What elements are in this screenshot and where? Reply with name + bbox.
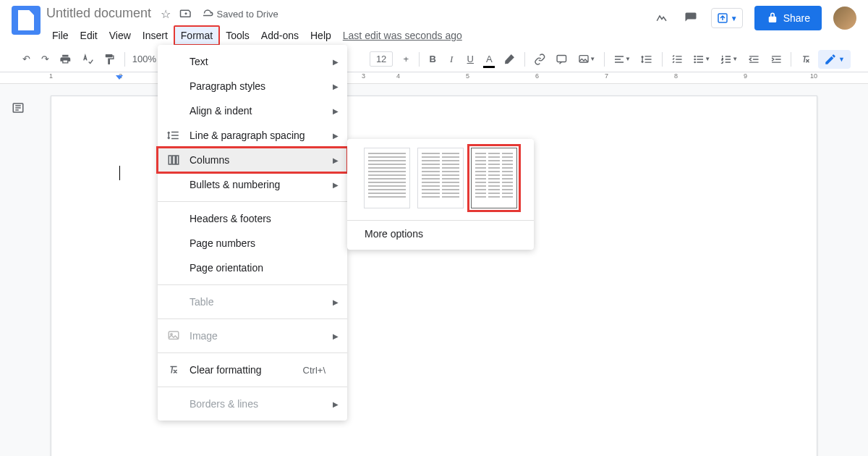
ruler[interactable]: 1 2 3 4 5 6 7 8 9 10 bbox=[0, 72, 868, 84]
indent-increase-button[interactable] bbox=[766, 49, 787, 69]
format-text[interactable]: Text▶ bbox=[158, 49, 347, 74]
columns-one[interactable] bbox=[364, 148, 410, 208]
menu-view[interactable]: View bbox=[103, 27, 137, 44]
menu-bar: File Edit View Insert Format Tools Add-o… bbox=[46, 25, 653, 46]
save-status: Saved to Drive bbox=[201, 8, 278, 21]
star-icon[interactable]: ☆ bbox=[161, 7, 171, 21]
format-headers-footers[interactable]: Headers & footers bbox=[158, 206, 347, 231]
menu-help[interactable]: Help bbox=[305, 27, 337, 44]
paint-format-button[interactable] bbox=[99, 49, 120, 69]
italic-button[interactable]: I bbox=[443, 49, 460, 69]
text-cursor bbox=[119, 166, 120, 180]
activity-icon[interactable] bbox=[653, 9, 671, 27]
comment-button[interactable] bbox=[551, 49, 572, 69]
menu-edit[interactable]: Edit bbox=[75, 27, 103, 44]
format-line-spacing[interactable]: Line & paragraph spacing▶ bbox=[158, 123, 347, 148]
svg-rect-8 bbox=[173, 156, 176, 164]
print-button[interactable] bbox=[55, 49, 76, 69]
format-columns[interactable]: Columns▶ bbox=[158, 148, 347, 172]
format-bullets-numbering[interactable]: Bullets & numbering▶ bbox=[158, 172, 347, 197]
font-size-input[interactable]: 12 bbox=[370, 51, 393, 67]
outline-icon[interactable] bbox=[12, 101, 29, 119]
format-align-indent[interactable]: Align & indent▶ bbox=[158, 98, 347, 123]
user-avatar[interactable] bbox=[833, 7, 856, 30]
svg-point-3 bbox=[694, 56, 695, 56]
svg-rect-9 bbox=[176, 156, 179, 164]
title-area: Untitled document ☆ Saved to Drive File … bbox=[46, 6, 653, 46]
align-button[interactable]: ▼ bbox=[609, 49, 635, 69]
docs-logo[interactable] bbox=[12, 6, 41, 35]
share-button[interactable]: Share bbox=[754, 6, 822, 30]
svg-point-4 bbox=[694, 59, 695, 59]
link-button[interactable] bbox=[529, 49, 550, 69]
editing-mode-button[interactable]: ▼ bbox=[818, 50, 851, 69]
undo-button[interactable]: ↶ bbox=[17, 49, 35, 69]
clear-format-button[interactable] bbox=[796, 49, 817, 69]
menu-file[interactable]: File bbox=[46, 27, 75, 44]
checklist-button[interactable] bbox=[667, 49, 688, 69]
bold-button[interactable]: B bbox=[424, 49, 441, 69]
header-right: ▼ Share bbox=[653, 6, 856, 30]
format-dropdown: Text▶ Paragraph styles▶ Align & indent▶ … bbox=[158, 45, 347, 421]
columns-two[interactable] bbox=[417, 148, 464, 208]
format-page-orientation[interactable]: Page orientation bbox=[158, 256, 347, 280]
spellcheck-button[interactable] bbox=[77, 49, 98, 69]
columns-submenu: More options bbox=[347, 139, 534, 250]
highlight-button[interactable] bbox=[499, 49, 520, 69]
menu-format[interactable]: Format bbox=[174, 25, 220, 46]
underline-button[interactable]: U bbox=[461, 49, 479, 69]
svg-rect-1 bbox=[558, 55, 566, 62]
format-page-numbers[interactable]: Page numbers bbox=[158, 231, 347, 256]
move-icon[interactable] bbox=[179, 7, 192, 22]
font-size-plus[interactable]: + bbox=[397, 49, 414, 69]
format-image: Image▶ bbox=[158, 324, 347, 348]
indent-decrease-button[interactable] bbox=[744, 49, 765, 69]
columns-three[interactable] bbox=[471, 148, 517, 208]
image-button[interactable]: ▼ bbox=[574, 49, 600, 69]
menu-addons[interactable]: Add-ons bbox=[255, 27, 305, 44]
format-paragraph-styles[interactable]: Paragraph styles▶ bbox=[158, 74, 347, 98]
document-title[interactable]: Untitled document bbox=[46, 6, 151, 21]
line-spacing-button[interactable] bbox=[637, 49, 658, 69]
text-color-button[interactable]: A bbox=[480, 49, 498, 69]
comments-icon[interactable] bbox=[682, 9, 699, 27]
format-clear-formatting[interactable]: Clear formattingCtrl+\ bbox=[158, 358, 347, 382]
menu-tools[interactable]: Tools bbox=[220, 27, 255, 44]
format-borders-lines: Borders & lines▶ bbox=[158, 392, 347, 416]
numbered-list-button[interactable]: ▼ bbox=[716, 49, 742, 69]
present-button[interactable]: ▼ bbox=[711, 8, 743, 28]
redo-button[interactable]: ↷ bbox=[36, 49, 54, 69]
toolbar: ↶ ↷ 100% ▼ 12 + B I U A ▼ ▼ ▼ ▼ ▼ bbox=[0, 46, 868, 72]
format-table: Table▶ bbox=[158, 290, 347, 314]
columns-more-options[interactable]: More options bbox=[347, 220, 534, 250]
app-header: Untitled document ☆ Saved to Drive File … bbox=[0, 0, 868, 46]
menu-insert[interactable]: Insert bbox=[137, 27, 174, 44]
last-edit-link[interactable]: Last edit was seconds ago bbox=[343, 30, 462, 41]
bullet-list-button[interactable]: ▼ bbox=[689, 49, 715, 69]
svg-point-5 bbox=[694, 62, 695, 62]
svg-rect-7 bbox=[169, 156, 171, 164]
